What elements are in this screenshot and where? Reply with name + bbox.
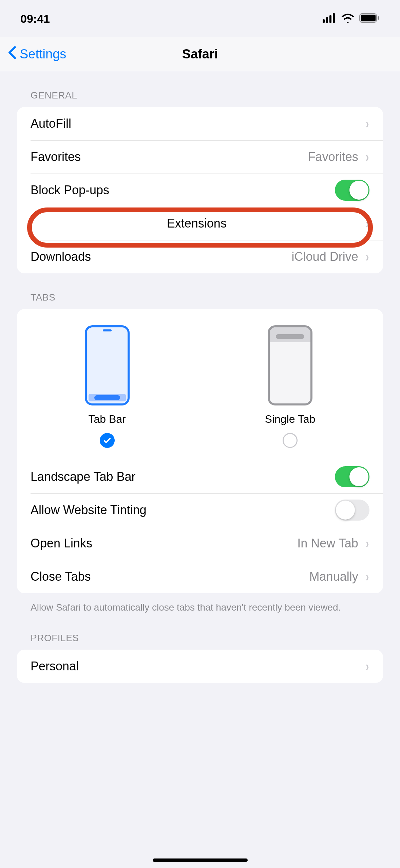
tab-bar-preview-icon — [85, 325, 130, 405]
row-extensions[interactable]: Extensions › — [17, 207, 383, 240]
row-value: Favorites — [308, 150, 358, 164]
row-landscape-tab-bar: Landscape Tab Bar — [17, 460, 383, 493]
single-tab-preview-icon — [268, 325, 312, 405]
chevron-right-icon: › — [366, 249, 369, 265]
row-open-links[interactable]: Open Links In New Tab › — [17, 527, 383, 560]
row-label: Extensions — [167, 216, 227, 231]
chevron-right-icon: › — [366, 536, 369, 551]
row-block-popups: Block Pop-ups — [17, 174, 383, 207]
chevron-right-icon: › — [366, 149, 369, 165]
svg-rect-1 — [326, 17, 328, 23]
status-right — [323, 12, 380, 25]
svg-rect-0 — [323, 19, 325, 23]
row-label: Downloads — [31, 250, 91, 264]
row-value: In New Tab — [297, 536, 358, 550]
chevron-left-icon — [7, 46, 16, 62]
chevron-right-icon: › — [366, 659, 369, 674]
row-label: Block Pop-ups — [31, 183, 109, 197]
row-label: Close Tabs — [31, 569, 91, 584]
toggle-website-tinting[interactable] — [335, 500, 369, 521]
chevron-right-icon: › — [366, 116, 369, 131]
radio-unchecked-icon — [283, 433, 298, 448]
tab-layout-picker: Tab Bar Single Tab — [17, 309, 383, 460]
status-bar: 09:41 — [0, 0, 400, 37]
battery-icon — [359, 12, 380, 25]
row-label: Favorites — [31, 150, 81, 164]
section-header-profiles: PROFILES — [17, 614, 383, 650]
chevron-right-icon: › — [366, 216, 369, 231]
section-header-tabs: TABS — [17, 273, 383, 309]
toggle-block-popups[interactable] — [335, 180, 369, 201]
row-label: Personal — [31, 659, 79, 673]
tab-option-single-tab[interactable]: Single Tab — [265, 325, 316, 448]
svg-rect-5 — [361, 15, 376, 21]
back-button[interactable]: Settings — [0, 46, 66, 62]
section-footer-tabs: Allow Safari to automatically close tabs… — [17, 593, 383, 614]
row-autofill[interactable]: AutoFill › — [17, 107, 383, 140]
home-indicator[interactable] — [153, 858, 248, 862]
group-tabs: Tab Bar Single Tab Landscape Tab Bar All… — [17, 309, 383, 593]
group-profiles: Personal › — [17, 650, 383, 683]
row-label: Allow Website Tinting — [31, 503, 147, 517]
status-time: 09:41 — [20, 12, 50, 25]
row-close-tabs[interactable]: Close Tabs Manually › — [17, 560, 383, 593]
row-favorites[interactable]: Favorites Favorites › — [17, 140, 383, 174]
svg-rect-6 — [378, 16, 379, 20]
row-label: Landscape Tab Bar — [31, 470, 136, 484]
row-label: AutoFill — [31, 116, 71, 131]
tab-option-label: Tab Bar — [88, 413, 126, 426]
toggle-landscape-tab-bar[interactable] — [335, 466, 369, 487]
back-label: Settings — [20, 47, 66, 61]
row-label: Open Links — [31, 536, 92, 550]
row-website-tinting: Allow Website Tinting — [17, 493, 383, 527]
group-general: AutoFill › Favorites Favorites › Block P… — [17, 107, 383, 273]
svg-rect-3 — [333, 13, 335, 23]
nav-bar: Settings Safari — [0, 37, 400, 71]
row-value: Manually — [309, 569, 358, 584]
row-personal-profile[interactable]: Personal › — [17, 650, 383, 683]
tab-option-label: Single Tab — [265, 413, 316, 426]
row-value: iCloud Drive — [292, 250, 358, 264]
tab-option-tab-bar[interactable]: Tab Bar — [85, 325, 130, 448]
section-header-general: GENERAL — [17, 71, 383, 107]
chevron-right-icon: › — [366, 569, 369, 584]
cellular-icon — [323, 12, 336, 25]
wifi-icon — [341, 12, 355, 25]
row-downloads[interactable]: Downloads iCloud Drive › — [17, 240, 383, 273]
svg-rect-2 — [329, 15, 331, 23]
radio-checked-icon — [100, 433, 115, 448]
